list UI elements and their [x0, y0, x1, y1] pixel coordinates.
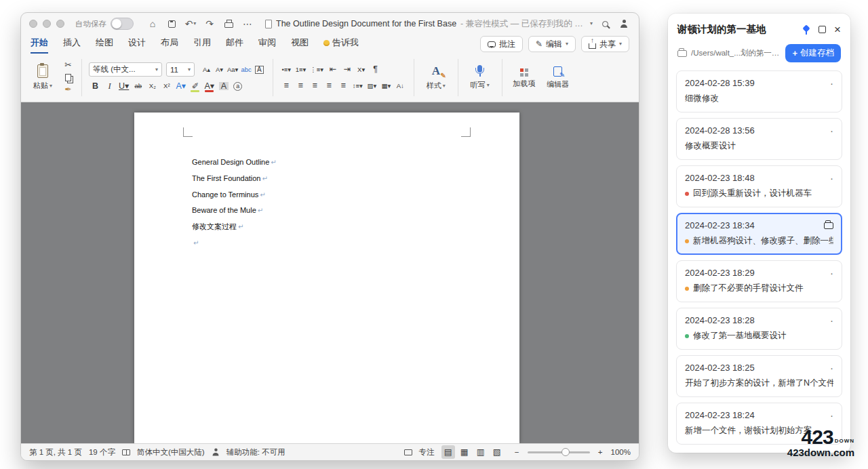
focus-toggle[interactable]: 专注 [419, 447, 435, 457]
tab-references[interactable]: 引用 [193, 37, 211, 54]
entry-menu-dot[interactable]: · [830, 413, 833, 418]
window-zoom-button[interactable] [56, 20, 64, 28]
editor-button[interactable]: 编辑器 [543, 66, 573, 89]
version-entry[interactable]: 2024-02-28 15:39·细微修改 [676, 70, 842, 113]
more-commands-button[interactable]: ⋯ [241, 17, 254, 30]
align-right-button[interactable]: ≡ [309, 79, 321, 93]
align-left-button[interactable]: ≡ [280, 79, 293, 93]
entry-menu-dot[interactable]: · [830, 318, 833, 323]
save-button[interactable] [165, 17, 178, 30]
zoom-level-label[interactable]: 100% [611, 448, 631, 456]
tab-view[interactable]: 视图 [291, 37, 309, 54]
zoom-slider-knob[interactable] [561, 448, 570, 456]
tab-draw[interactable]: 绘图 [96, 37, 113, 54]
version-entry[interactable]: 2024-02-23 18:48·回到源头重新设计，设计机器车 [676, 165, 842, 207]
redo-button[interactable]: ↷ [203, 17, 216, 30]
entry-menu-dot[interactable]: · [830, 128, 833, 134]
phonetic-guide-button[interactable]: abc [239, 63, 252, 77]
edit-button[interactable]: ✎编辑▾ [528, 36, 576, 52]
tab-mailings[interactable]: 邮件 [226, 37, 243, 54]
version-entry[interactable]: 2024-02-23 18:28·修改了第一基地概要设计 [676, 308, 842, 350]
show-marks-button[interactable]: ¶ [369, 63, 382, 77]
shrink-font-button[interactable]: A▾ [213, 63, 226, 77]
subscript-button[interactable]: X₂ [146, 79, 159, 93]
styles-button[interactable]: 样式▾ [421, 64, 451, 91]
version-entry[interactable]: 2024-02-23 18:34新增机器狗设计、修改骡子、删除一些部件 [676, 213, 842, 255]
view-outline-button[interactable]: ▥ [474, 445, 488, 459]
page-number-label[interactable]: 第 1 页, 共 1 页 [29, 447, 82, 457]
view-web-layout-button[interactable]: ▦ [458, 445, 471, 459]
home-button[interactable]: ⌂ [146, 17, 159, 30]
search-button[interactable] [598, 17, 612, 30]
align-center-button[interactable]: ≡ [294, 79, 307, 93]
comments-button[interactable]: 批注 [480, 36, 523, 52]
zoom-out-button[interactable]: − [511, 445, 524, 459]
justify-button[interactable]: ≡ [323, 79, 336, 93]
language-label[interactable]: 简体中文(中国大陆) [137, 447, 205, 457]
version-entry[interactable]: 2024-02-23 18:25·开始了初步方案的设计，新增了N个文件 [676, 355, 842, 397]
proofing-icon[interactable] [122, 449, 130, 455]
tab-design[interactable]: 设计 [128, 37, 146, 54]
title-chevron-icon[interactable]: ▾ [590, 21, 593, 26]
text-effects-button[interactable]: A▾ [174, 79, 187, 93]
version-entry[interactable]: 2024-02-23 18:29·删除了不必要的手臂设计文件 [676, 260, 842, 302]
line-spacing-button[interactable]: ↕≡▾ [351, 79, 364, 93]
sort-button[interactable]: A↓ [394, 79, 407, 93]
create-archive-button[interactable]: 创建存档 [785, 44, 841, 62]
tab-layout[interactable]: 布局 [161, 37, 178, 54]
font-name-select[interactable]: 等线 (中文...▾ [89, 62, 162, 77]
addins-button[interactable]: 加载项 [509, 68, 539, 87]
undo-button[interactable]: ↶▾ [184, 17, 197, 30]
dictate-button[interactable]: 听写▾ [465, 65, 495, 90]
accessibility-label[interactable]: 辅助功能: 不可用 [226, 447, 285, 457]
tab-tell-me[interactable]: 告诉我 [323, 37, 359, 54]
paste-button[interactable]: 粘贴▾ [28, 64, 58, 91]
bullets-button[interactable]: •≡▾ [280, 63, 293, 77]
view-draft-button[interactable]: ▧ [490, 445, 504, 459]
change-case-button[interactable]: Aa▾ [226, 63, 239, 77]
character-shading-button[interactable]: A [217, 79, 230, 93]
tab-review[interactable]: 审阅 [258, 37, 276, 54]
expand-icon[interactable] [818, 26, 826, 33]
zoom-slider[interactable] [528, 451, 590, 453]
multilevel-list-button[interactable]: ⋮≡▾ [309, 63, 325, 77]
window-close-button[interactable] [29, 20, 37, 28]
version-entry[interactable]: 2024-02-28 13:56·修改概要设计 [676, 118, 842, 160]
entry-menu-dot[interactable]: · [830, 81, 833, 86]
italic-button[interactable]: I [103, 79, 116, 93]
close-icon[interactable] [834, 24, 841, 35]
entry-menu-dot[interactable]: · [830, 176, 833, 181]
presence-button[interactable] [617, 17, 631, 30]
view-print-layout-button[interactable]: ▤ [441, 445, 455, 459]
autosave-toggle[interactable] [111, 18, 134, 30]
character-border-button[interactable]: A [253, 63, 266, 77]
increase-indent-button[interactable]: ⇥ [340, 63, 353, 77]
shading-button[interactable]: ▨▾ [366, 79, 378, 93]
asian-layout-button[interactable]: X▾ [355, 63, 368, 77]
superscript-button[interactable]: X² [160, 79, 173, 93]
format-painter-icon[interactable]: ✒ [62, 85, 75, 96]
distribute-button[interactable]: ≡ [337, 79, 350, 93]
highlight-button[interactable]: ✐ [189, 79, 201, 93]
decrease-indent-button[interactable]: ⇤ [326, 63, 339, 77]
document-page[interactable]: General Design Outline↵The First Foundat… [134, 113, 519, 443]
pin-icon[interactable] [802, 25, 810, 35]
bold-button[interactable]: B [89, 79, 102, 93]
borders-button[interactable]: ▦▾ [380, 79, 393, 93]
tab-insert[interactable]: 插入 [63, 37, 81, 54]
entry-menu-dot[interactable]: · [830, 270, 833, 276]
open-folder-icon[interactable] [824, 222, 833, 229]
grow-font-button[interactable]: A▴ [200, 63, 213, 77]
cut-icon[interactable]: ✂ [62, 60, 75, 71]
zoom-in-button[interactable]: + [594, 445, 607, 459]
window-minimize-button[interactable] [43, 20, 51, 28]
entry-menu-dot[interactable]: · [830, 365, 833, 371]
strikethrough-button[interactable]: ab [132, 79, 144, 93]
enclose-characters-button[interactable]: a [231, 79, 244, 93]
numbering-button[interactable]: 1≡▾ [294, 63, 308, 77]
font-size-select[interactable]: 11▾ [166, 62, 195, 77]
word-count-label[interactable]: 19 个字 [89, 447, 115, 457]
print-button[interactable] [222, 17, 235, 30]
tab-home[interactable]: 开始 [31, 37, 48, 54]
copy-icon[interactable] [62, 73, 75, 83]
